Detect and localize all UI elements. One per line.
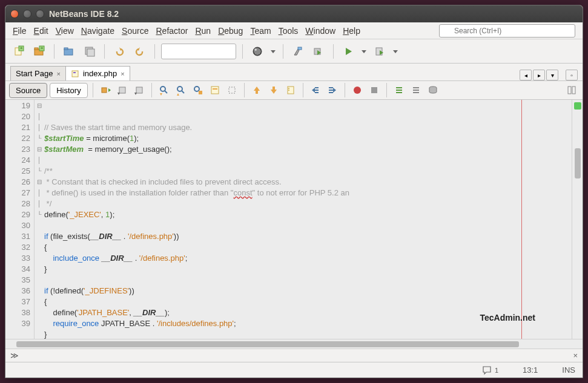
comment-button[interactable] bbox=[392, 83, 406, 97]
code-line[interactable]: if (!defined('_JDEFINES')) bbox=[44, 286, 572, 296]
toggle-bookmark-button[interactable] bbox=[225, 83, 239, 97]
tab-prev-button[interactable]: ◂ bbox=[520, 70, 532, 80]
clean-build-button[interactable] bbox=[289, 43, 306, 60]
run-tests-button[interactable] bbox=[310, 43, 327, 60]
code-line[interactable]: } bbox=[44, 329, 572, 339]
hscroll-thumb[interactable] bbox=[16, 341, 519, 347]
code-line[interactable]: } bbox=[44, 264, 572, 275]
history-view-button[interactable]: History bbox=[50, 83, 87, 98]
code-line[interactable]: $startMem = memory_get_usage(); bbox=[44, 144, 572, 155]
tab-close-icon[interactable]: × bbox=[56, 70, 60, 77]
menu-window[interactable]: Window bbox=[302, 24, 339, 38]
shift-left-button[interactable] bbox=[308, 83, 323, 97]
code-line[interactable] bbox=[44, 220, 572, 231]
tab-close-icon[interactable]: × bbox=[121, 70, 124, 77]
menu-debug[interactable]: Debug bbox=[214, 24, 246, 38]
find-next-button[interactable] bbox=[174, 83, 188, 97]
config-dropdown[interactable] bbox=[161, 44, 236, 59]
notifications-button[interactable]: 1 bbox=[481, 365, 498, 376]
shift-right-button[interactable] bbox=[325, 83, 340, 97]
menu-run[interactable]: Run bbox=[191, 24, 214, 38]
code-line[interactable]: $startTime = microtime(1); bbox=[44, 133, 572, 144]
code-line[interactable]: { bbox=[44, 296, 572, 307]
tab-maximize-button[interactable]: ▫ bbox=[566, 70, 578, 80]
macro-stop-button[interactable] bbox=[367, 83, 382, 97]
menu-source[interactable]: Source bbox=[118, 24, 152, 38]
code-line[interactable]: // Saves the start time and memory usage… bbox=[44, 122, 572, 133]
undo-button[interactable] bbox=[111, 43, 128, 60]
source-view-button[interactable]: Source bbox=[9, 83, 47, 98]
redo-button[interactable] bbox=[131, 43, 148, 60]
new-file-button[interactable]: + bbox=[10, 43, 27, 60]
fold-column[interactable]: ⊟││└⊟│└⊟││└ bbox=[35, 100, 44, 339]
maximize-icon[interactable] bbox=[36, 10, 44, 18]
search-input[interactable] bbox=[439, 24, 575, 38]
breadcrumb-icon[interactable]: ≫ bbox=[10, 351, 19, 360]
menu-view[interactable]: View bbox=[52, 24, 78, 38]
run-dropdown[interactable] bbox=[360, 43, 368, 60]
debug-button[interactable] bbox=[371, 43, 388, 60]
line-gutter[interactable]: 1920212223242526272829303132333435363738… bbox=[5, 100, 35, 339]
menu-help[interactable]: Help bbox=[339, 24, 364, 38]
close-icon[interactable] bbox=[10, 10, 19, 18]
menu-file[interactable]: File bbox=[9, 24, 30, 38]
cursor-position[interactable]: 13:1 bbox=[523, 365, 538, 375]
nav-fwd-button[interactable] bbox=[115, 83, 130, 97]
menu-navigate[interactable]: Navigate bbox=[78, 24, 118, 38]
menu-refactor[interactable]: Refactor bbox=[152, 24, 191, 38]
svg-line-38 bbox=[182, 91, 184, 93]
editor-tabs: Start Page×index.php× ◂ ▸ ▾ ▫ bbox=[5, 64, 583, 80]
code-line[interactable] bbox=[44, 275, 572, 286]
code-line[interactable]: { bbox=[44, 242, 572, 253]
next-bookmark-button[interactable] bbox=[266, 83, 281, 97]
bookmark-list-button[interactable] bbox=[283, 83, 298, 97]
debug-dropdown[interactable] bbox=[392, 43, 399, 60]
horizontal-scrollbar[interactable] bbox=[5, 339, 583, 349]
svg-rect-48 bbox=[273, 87, 275, 90]
nav-back-button[interactable] bbox=[98, 83, 113, 97]
macro-record-button[interactable] bbox=[350, 83, 365, 97]
split-button[interactable] bbox=[564, 83, 579, 97]
tab-list-button[interactable]: ▾ bbox=[546, 70, 558, 80]
vertical-scrollbar[interactable] bbox=[572, 100, 583, 339]
db-button[interactable] bbox=[426, 83, 440, 97]
code-line[interactable]: define('_JEXEC', 1); bbox=[44, 209, 572, 220]
nav-select-button[interactable] bbox=[132, 83, 147, 97]
insert-mode[interactable]: INS bbox=[562, 365, 575, 375]
tab-label: index.php bbox=[83, 69, 117, 78]
svg-rect-30 bbox=[119, 87, 125, 93]
code-line[interactable]: /** bbox=[44, 166, 572, 177]
svg-rect-27 bbox=[73, 72, 76, 73]
open-button[interactable] bbox=[61, 43, 78, 60]
breadcrumb-bar: ≫ × bbox=[5, 349, 583, 362]
highlight-button[interactable] bbox=[208, 83, 222, 97]
code-area[interactable]: // Saves the start time and memory usage… bbox=[44, 100, 572, 339]
code-line[interactable]: */ bbox=[44, 198, 572, 209]
uncomment-button[interactable] bbox=[409, 83, 423, 97]
code-line[interactable]: if (file_exists(__DIR__ . '/defines.php'… bbox=[44, 231, 572, 242]
notification-count: 1 bbox=[495, 367, 498, 374]
breadcrumb-close-button[interactable]: × bbox=[573, 351, 578, 360]
margin-line bbox=[521, 100, 522, 339]
tab-next-button[interactable]: ▸ bbox=[533, 70, 545, 80]
prev-bookmark-button[interactable] bbox=[249, 83, 264, 97]
save-all-button[interactable] bbox=[81, 43, 98, 60]
code-line[interactable] bbox=[44, 155, 572, 166]
minimize-icon[interactable] bbox=[23, 10, 31, 18]
run-button[interactable] bbox=[340, 43, 357, 60]
tab-index-php[interactable]: index.php× bbox=[65, 66, 130, 80]
statusbar: 1 13:1 INS bbox=[5, 362, 583, 378]
code-line[interactable]: * define() is used in the installation f… bbox=[44, 188, 572, 198]
menu-team[interactable]: Team bbox=[246, 24, 274, 38]
code-line[interactable]: * Constant that is checked in included f… bbox=[44, 177, 572, 188]
scroll-thumb[interactable] bbox=[575, 148, 581, 178]
build-button[interactable] bbox=[249, 43, 266, 60]
tab-start-page[interactable]: Start Page× bbox=[10, 66, 66, 80]
code-line[interactable]: include_once __DIR__ . '/defines.php'; bbox=[44, 253, 572, 264]
menu-tools[interactable]: Tools bbox=[275, 24, 302, 38]
new-project-button[interactable]: + bbox=[31, 43, 48, 60]
build-dropdown[interactable] bbox=[269, 43, 277, 60]
find-prev-button[interactable] bbox=[157, 83, 171, 97]
find-selection-button[interactable] bbox=[191, 83, 205, 97]
menu-edit[interactable]: Edit bbox=[30, 24, 52, 38]
